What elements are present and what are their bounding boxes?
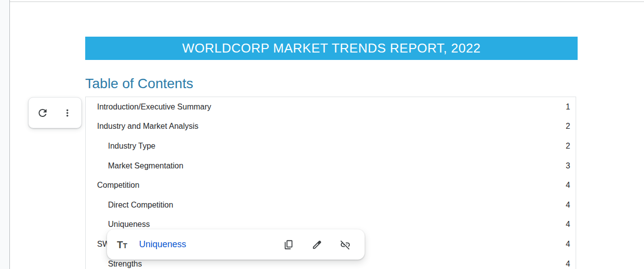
toc-entry-label[interactable]: Industry and Market Analysis (97, 122, 199, 131)
pencil-icon (312, 239, 322, 250)
toc-entry-row[interactable]: Competition 4 (86, 175, 576, 195)
toc-entry-row[interactable]: Market Segmentation 3 (86, 156, 576, 176)
refresh-toc-button[interactable] (35, 106, 50, 120)
toc-update-toolbar (28, 97, 82, 128)
toc-entry-page-number: 2 (566, 142, 570, 151)
unlink-icon (340, 239, 351, 250)
report-title-text: WORLDCORP MARKET TRENDS REPORT, 2022 (182, 41, 481, 56)
kebab-menu-icon (62, 108, 73, 118)
edit-link-button[interactable] (310, 237, 324, 252)
toc-entry-page-number: 4 (566, 240, 570, 249)
toc-entry-row[interactable]: Direct Competition 4 (86, 195, 576, 215)
copy-icon (283, 239, 294, 250)
page-left-margin-edge (0, 0, 10, 269)
copy-link-button[interactable] (281, 237, 296, 252)
toc-entry-label[interactable]: Competition (97, 181, 139, 190)
toc-entry-page-number: 4 (566, 201, 570, 210)
toc-more-options-button[interactable] (60, 106, 75, 120)
link-hover-card: TT Uniqueness (107, 229, 365, 260)
toc-entry-page-number: 4 (566, 181, 570, 190)
refresh-icon (37, 107, 49, 119)
toc-entry-row[interactable]: Introduction/Executive Summary 1 (86, 97, 576, 117)
toc-entry-page-number: 4 (566, 260, 570, 269)
toc-entry-label[interactable]: Industry Type (108, 142, 156, 151)
toc-entry-page-number: 3 (566, 161, 570, 170)
toc-entry-page-number: 2 (566, 122, 570, 131)
toc-entry-row[interactable]: Industry and Market Analysis 2 (86, 117, 576, 137)
toc-entry-row[interactable]: Industry Type 2 (86, 136, 576, 156)
toc-entry-label[interactable]: Market Segmentation (108, 161, 183, 170)
toc-heading: Table of Contents (85, 76, 193, 92)
toc-entry-label[interactable]: Strengths (108, 260, 142, 269)
remove-link-button[interactable] (338, 237, 353, 252)
toc-entry-label[interactable]: Introduction/Executive Summary (97, 103, 211, 111)
toc-entry-label[interactable]: Uniqueness (108, 220, 150, 229)
heading-text-icon: TT (117, 240, 127, 250)
toc-entry-page-number: 1 (566, 103, 570, 111)
link-card-actions (281, 237, 353, 252)
toc-entry-label[interactable]: Direct Competition (108, 201, 173, 210)
link-target-text[interactable]: Uniqueness (139, 239, 186, 250)
toc-entry-page-number: 4 (566, 220, 570, 229)
page-top-edge (10, 1, 644, 2)
report-title-banner: WORLDCORP MARKET TRENDS REPORT, 2022 (85, 37, 578, 60)
